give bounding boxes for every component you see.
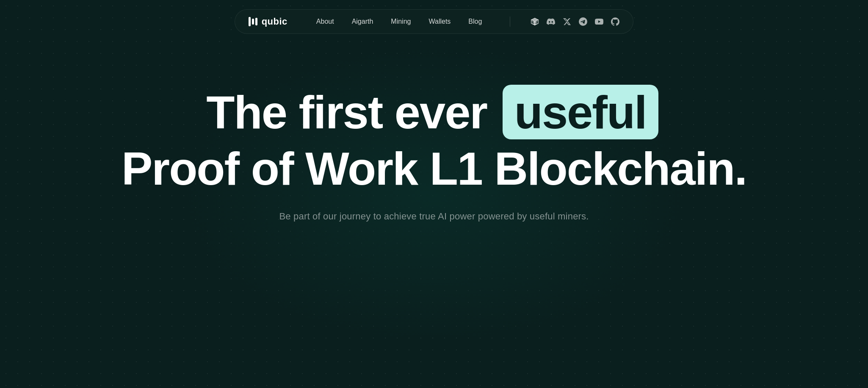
- hero-title: The first ever useful Proof of Work L1 B…: [122, 85, 746, 194]
- nav-link-blog[interactable]: Blog: [461, 15, 489, 28]
- social-icons: [531, 17, 619, 26]
- nav-divider: [510, 17, 510, 27]
- hero-subtitle: Be part of our journey to achieve true A…: [279, 211, 589, 222]
- discord-icon[interactable]: [547, 17, 555, 26]
- logo-text: qubic: [262, 16, 287, 27]
- nav-link-mining[interactable]: Mining: [383, 15, 418, 28]
- hero-title-line2: Proof of Work L1 Blockchain.: [122, 143, 746, 194]
- github-icon[interactable]: [611, 17, 619, 26]
- cube-icon[interactable]: [531, 17, 539, 26]
- hero-title-line1: The first ever useful: [122, 85, 746, 139]
- hero-section: The first ever useful Proof of Work L1 B…: [0, 85, 868, 222]
- nav-link-aigarth[interactable]: Aigarth: [344, 15, 381, 28]
- nav-link-wallets[interactable]: Wallets: [421, 15, 458, 28]
- nav-links: About Aigarth Mining Wallets Blog: [309, 15, 490, 28]
- youtube-icon[interactable]: [595, 17, 603, 26]
- hero-title-highlight: useful: [503, 85, 658, 139]
- x-twitter-icon[interactable]: [563, 17, 571, 26]
- nav-link-about[interactable]: About: [309, 15, 342, 28]
- navbar-wrapper: qubic About Aigarth Mining Wallets Blog: [0, 0, 868, 34]
- hero-title-prefix: The first ever: [206, 86, 487, 138]
- logo-icon: [249, 17, 257, 26]
- telegram-icon[interactable]: [579, 17, 587, 26]
- logo-area[interactable]: qubic: [249, 16, 287, 27]
- navbar: qubic About Aigarth Mining Wallets Blog: [235, 9, 634, 34]
